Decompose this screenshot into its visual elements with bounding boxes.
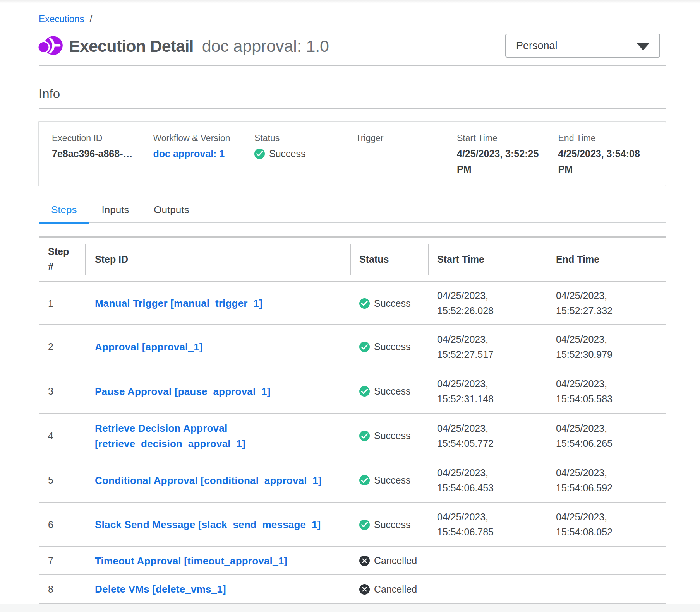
step-status-cell: Success — [350, 369, 428, 413]
scope-dropdown-value: Personal — [516, 40, 558, 52]
step-link[interactable]: Conditional Approval [conditional_approv… — [95, 473, 322, 488]
execution-id-label: Execution ID — [52, 133, 138, 143]
step-link[interactable]: Pause Approval [pause_approval_1] — [95, 384, 271, 399]
steps-table: Step # Step ID Status Start Time End Tim… — [39, 236, 666, 604]
status-text: Cancelled — [374, 555, 417, 566]
status-text: Cancelled — [374, 584, 417, 595]
step-start-time: 04/25/2023, 15:54:05.772 — [428, 414, 547, 458]
step-status-cell: Success — [350, 503, 428, 546]
info-field-execution-id: Execution ID 7e8ac396-a868-… — [52, 133, 153, 186]
step-number: 6 — [39, 503, 85, 546]
step-end-time: 04/25/2023, 15:54:06.592 — [547, 458, 666, 502]
step-end-time: 04/25/2023, 15:52:30.979 — [547, 325, 666, 369]
info-divider — [39, 108, 666, 109]
bottom-band — [0, 604, 700, 612]
step-number: 4 — [39, 414, 85, 458]
info-field-trigger: Trigger — [356, 133, 457, 186]
table-row: 1 Manual Trigger [manual_trigger_1] Succ… — [39, 282, 666, 325]
step-link[interactable]: Retrieve Decision Approval [retrieve_dec… — [95, 421, 338, 451]
table-row: 3 Pause Approval [pause_approval_1] Succ… — [39, 369, 666, 414]
step-link[interactable]: Manual Trigger [manual_trigger_1] — [95, 296, 262, 311]
success-check-icon — [359, 431, 370, 441]
end-time-value: 4/25/2023, 3:54:08 PM — [558, 146, 644, 177]
header-status: Status — [350, 238, 428, 281]
step-id-cell: Manual Trigger [manual_trigger_1] — [85, 282, 350, 324]
step-start-time: 04/25/2023, 15:54:06.785 — [428, 503, 547, 546]
step-end-time — [547, 575, 666, 603]
status-text: Success — [374, 386, 410, 397]
cancelled-x-icon — [359, 556, 370, 566]
header-start-time: Start Time — [428, 238, 547, 281]
title-divider — [39, 65, 666, 66]
info-field-end-time: End Time 4/25/2023, 3:54:08 PM — [558, 133, 660, 186]
table-row: 7 Timeout Approval [timeout_approval_1] … — [39, 547, 666, 575]
workflow-version-label: Workflow & Version — [153, 133, 239, 143]
step-start-time — [428, 575, 547, 603]
table-row: 8 Delete VMs [delete_vms_1] Cancelled — [39, 575, 666, 604]
status-text: Success — [374, 298, 410, 309]
start-time-label: Start Time — [457, 133, 543, 143]
table-row: 6 Slack Send Message [slack_send_message… — [39, 503, 666, 547]
step-number: 1 — [39, 282, 85, 324]
step-link[interactable]: Slack Send Message [slack_send_message_1… — [95, 517, 321, 532]
step-start-time: 04/25/2023, 15:52:27.517 — [428, 325, 547, 369]
step-number: 2 — [39, 325, 85, 369]
table-row: 5 Conditional Approval [conditional_appr… — [39, 458, 666, 503]
breadcrumb: Executions/ — [39, 14, 92, 24]
step-link[interactable]: Timeout Approval [timeout_approval_1] — [95, 553, 287, 569]
cancelled-x-icon — [359, 584, 370, 595]
info-field-start-time: Start Time 4/25/2023, 3:52:25 PM — [457, 133, 558, 186]
status-value: Success — [254, 146, 340, 161]
step-link[interactable]: Delete VMs [delete_vms_1] — [95, 581, 226, 597]
end-time-label: End Time — [558, 133, 644, 143]
status-text: Success — [374, 430, 410, 441]
table-row: 4 Retrieve Decision Approval [retrieve_d… — [39, 414, 666, 458]
step-number: 7 — [39, 547, 85, 574]
step-start-time — [428, 547, 547, 574]
step-id-cell: Delete VMs [delete_vms_1] — [85, 575, 350, 603]
status-text: Success — [374, 475, 410, 486]
tab-steps[interactable]: Steps — [39, 200, 89, 222]
step-start-time: 04/25/2023, 15:52:26.028 — [428, 282, 547, 324]
tab-outputs[interactable]: Outputs — [141, 200, 201, 222]
start-time-value: 4/25/2023, 3:52:25 PM — [457, 146, 543, 177]
step-status-cell: Success — [350, 458, 428, 502]
step-id-cell: Pause Approval [pause_approval_1] — [85, 369, 350, 413]
step-number: 5 — [39, 458, 85, 502]
success-check-icon — [359, 520, 370, 530]
header-step-id: Step ID — [85, 238, 350, 281]
step-end-time: 04/25/2023, 15:54:05.583 — [547, 369, 666, 413]
info-section-heading: Info — [39, 87, 60, 101]
workflow-version-link[interactable]: doc approval: 1 — [153, 146, 239, 161]
step-end-time — [547, 547, 666, 574]
step-start-time: 04/25/2023, 15:52:31.148 — [428, 369, 547, 413]
step-status-cell: Cancelled — [350, 547, 428, 574]
table-row: 2 Approval [approval_1] Success 04/25/20… — [39, 325, 666, 369]
info-field-status: Status Success — [254, 133, 356, 186]
step-end-time: 04/25/2023, 15:54:06.265 — [547, 414, 666, 458]
breadcrumb-executions-link[interactable]: Executions — [39, 14, 84, 24]
step-status-cell: Success — [350, 325, 428, 369]
status-text: Success — [374, 519, 410, 530]
execution-id-value: 7e8ac396-a868-… — [52, 146, 138, 161]
scope-dropdown[interactable]: Personal — [505, 34, 660, 58]
step-link[interactable]: Approval [approval_1] — [95, 339, 203, 355]
step-id-cell: Conditional Approval [conditional_approv… — [85, 458, 350, 502]
status-text: Success — [269, 146, 305, 161]
success-check-icon — [254, 149, 265, 159]
success-check-icon — [359, 475, 370, 485]
tab-inputs[interactable]: Inputs — [89, 200, 142, 222]
success-check-icon — [359, 342, 370, 352]
breadcrumb-separator: / — [89, 14, 92, 24]
info-field-workflow: Workflow & Version doc approval: 1 — [153, 133, 255, 186]
step-end-time: 04/25/2023, 15:52:27.332 — [547, 282, 666, 324]
step-status-cell: Cancelled — [350, 575, 428, 603]
step-status-cell: Success — [350, 282, 428, 324]
steps-table-header: Step # Step ID Status Start Time End Tim… — [39, 236, 666, 282]
workflow-flow-icon — [38, 36, 63, 57]
step-id-cell: Approval [approval_1] — [85, 325, 350, 369]
step-id-cell: Slack Send Message [slack_send_message_1… — [85, 503, 350, 546]
page-title: Execution Detaildoc approval: 1.0 — [69, 37, 329, 55]
tab-bar: Steps Inputs Outputs — [39, 200, 666, 223]
chevron-down-icon — [637, 43, 650, 50]
